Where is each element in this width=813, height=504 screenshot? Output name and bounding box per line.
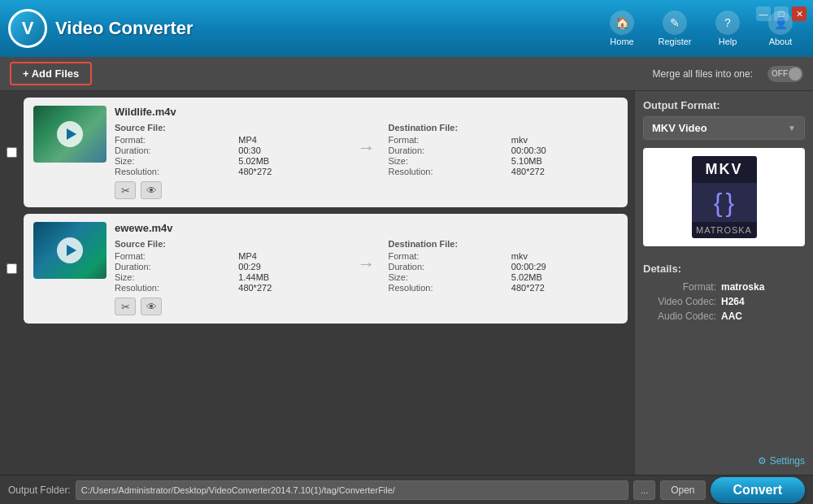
src-size-val-2: 1.44MB: [238, 272, 344, 282]
file-checkbox-1[interactable]: [7, 147, 17, 158]
dst-size-key-1: Size:: [389, 156, 505, 166]
format-dropdown[interactable]: MKV Video ▼: [643, 116, 805, 140]
src-duration-key-2: Duration:: [115, 262, 232, 272]
file-list: Wildlife.m4v Source File: Format: MP4 Du…: [0, 91, 634, 475]
dst-duration-key-1: Duration:: [389, 146, 505, 155]
output-folder-input[interactable]: [76, 480, 628, 500]
dest-label-2: Destination File:: [389, 239, 619, 249]
nav-help[interactable]: ? Help: [703, 7, 752, 50]
dest-info-2: Format: mkv Duration: 00:00:29 Size: 5.0…: [389, 251, 619, 293]
src-format-key-1: Format:: [115, 135, 232, 145]
file-actions-1: ✂ 👁: [115, 181, 618, 199]
toggle-knob: [789, 67, 802, 80]
right-panel: Output Format: MKV Video ▼ MKV { } MATRO…: [634, 91, 813, 475]
cut-button-1[interactable]: ✂: [115, 181, 136, 199]
app-title: Video Converter: [55, 18, 598, 39]
dest-label-1: Destination File:: [389, 123, 619, 133]
arrow-2: [351, 239, 382, 275]
dst-duration-val-1: 00:00:30: [511, 146, 618, 155]
play-button-1[interactable]: [57, 121, 83, 147]
src-size-key-1: Size:: [115, 156, 232, 166]
src-duration-key-1: Duration:: [115, 146, 232, 155]
dst-duration-val-2: 00:00:29: [511, 262, 618, 272]
play-button-2[interactable]: [57, 237, 83, 263]
details-section: Details: Format: matroska Video Codec: H…: [643, 263, 805, 325]
nav-register[interactable]: ✎ Register: [650, 7, 699, 50]
preview-button-2[interactable]: 👁: [141, 298, 162, 315]
toggle-switch[interactable]: OFF: [767, 66, 803, 82]
file-name-1: Wildlife.m4v: [115, 106, 618, 118]
chevron-down-icon: ▼: [788, 124, 796, 133]
nav-help-label: Help: [719, 37, 737, 46]
dst-size-key-2: Size:: [389, 272, 505, 282]
merge-toggle[interactable]: OFF: [767, 66, 803, 82]
source-info-2: Format: MP4 Duration: 00:29 Size: 1.44MB…: [115, 251, 345, 293]
file-thumbnail-1: [33, 106, 107, 163]
dst-res-val-2: 480*272: [511, 283, 618, 293]
settings-link[interactable]: ⚙ Settings: [643, 455, 805, 467]
file-source-2: Source File: Format: MP4 Duration: 00:29…: [115, 239, 345, 293]
file-details-1: Wildlife.m4v Source File: Format: MP4 Du…: [115, 106, 618, 199]
convert-button[interactable]: Convert: [711, 477, 805, 503]
dest-info-1: Format: mkv Duration: 00:00:30 Size: 5.1…: [389, 135, 619, 176]
nav-register-label: Register: [659, 37, 692, 46]
detail-row-format: Format: matroska: [643, 281, 805, 293]
window-controls: — □ ✕: [756, 7, 806, 21]
detail-format-key: Format:: [643, 281, 716, 293]
maximize-button[interactable]: □: [774, 7, 789, 21]
detail-acodec-val: AAC: [721, 311, 742, 322]
src-size-key-2: Size:: [115, 272, 232, 282]
dst-size-val-2: 5.02MB: [511, 272, 618, 282]
arrow-1: [351, 123, 382, 159]
add-files-label: + Add Files: [23, 67, 79, 80]
nav-home[interactable]: 🏠 Home: [598, 7, 646, 50]
file-info-row-2: Source File: Format: MP4 Duration: 00:29…: [115, 239, 618, 293]
merge-label: Merge all files into one:: [653, 68, 753, 80]
src-res-key-1: Resolution:: [115, 167, 232, 176]
src-res-val-2: 480*272: [238, 283, 344, 293]
dst-res-key-1: Resolution:: [389, 167, 505, 176]
dst-format-val-1: mkv: [511, 135, 618, 145]
home-icon: 🏠: [610, 11, 634, 35]
title-bar: V Video Converter 🏠 Home ✎ Register ? He…: [0, 0, 813, 57]
close-button[interactable]: ✕: [792, 7, 806, 21]
preview-button-1[interactable]: 👁: [141, 181, 162, 199]
detail-row-vcodec: Video Codec: H264: [643, 296, 805, 307]
file-dest-2: Destination File: Format: mkv Duration: …: [389, 239, 619, 293]
output-folder-label: Output Folder:: [8, 484, 71, 496]
file-item-wrapper-2: ewewe.m4v Source File: Format: MP4 Durat…: [7, 214, 628, 324]
browse-button[interactable]: ...: [633, 480, 655, 500]
nav-about-label: About: [769, 37, 793, 46]
dst-format-key-1: Format:: [389, 135, 505, 145]
add-files-button[interactable]: + Add Files: [10, 62, 92, 85]
file-checkbox-2[interactable]: [7, 263, 17, 274]
detail-acodec-key: Audio Codec:: [643, 311, 716, 322]
file-source-1: Source File: Format: MP4 Duration: 00:30…: [115, 123, 345, 176]
source-info-1: Format: MP4 Duration: 00:30 Size: 5.02MB…: [115, 135, 345, 176]
minimize-button[interactable]: —: [756, 7, 771, 21]
logo-letter: V: [22, 18, 34, 39]
detail-format-val: matroska: [721, 281, 764, 293]
file-details-2: ewewe.m4v Source File: Format: MP4 Durat…: [115, 222, 618, 315]
main-layout: Wildlife.m4v Source File: Format: MP4 Du…: [0, 91, 813, 475]
bottom-bar: Output Folder: ... Open Convert: [0, 475, 813, 504]
settings-gear-icon: ⚙: [758, 455, 767, 467]
file-actions-2: ✂ 👁: [115, 298, 618, 315]
src-size-val-1: 5.02MB: [238, 156, 344, 166]
file-dest-1: Destination File: Format: mkv Duration: …: [389, 123, 619, 176]
source-label-2: Source File:: [115, 239, 345, 249]
mkv-preview: MKV { } MATROSKA: [643, 148, 805, 246]
mkv-top-label: MKV: [692, 156, 757, 183]
toggle-state: OFF: [772, 69, 788, 78]
file-info-row-1: Source File: Format: MP4 Duration: 00:30…: [115, 123, 618, 176]
src-duration-val-2: 00:29: [238, 262, 344, 272]
dst-res-key-2: Resolution:: [389, 283, 505, 293]
detail-vcodec-key: Video Codec:: [643, 296, 716, 307]
mkv-bracket-right: }: [726, 189, 735, 215]
mkv-footer-label: MATROSKA: [692, 222, 757, 238]
cut-button-2[interactable]: ✂: [115, 298, 136, 315]
details-title: Details:: [643, 263, 805, 275]
register-icon: ✎: [663, 11, 687, 35]
dst-size-val-1: 5.10MB: [511, 156, 618, 166]
open-button[interactable]: Open: [660, 480, 705, 500]
